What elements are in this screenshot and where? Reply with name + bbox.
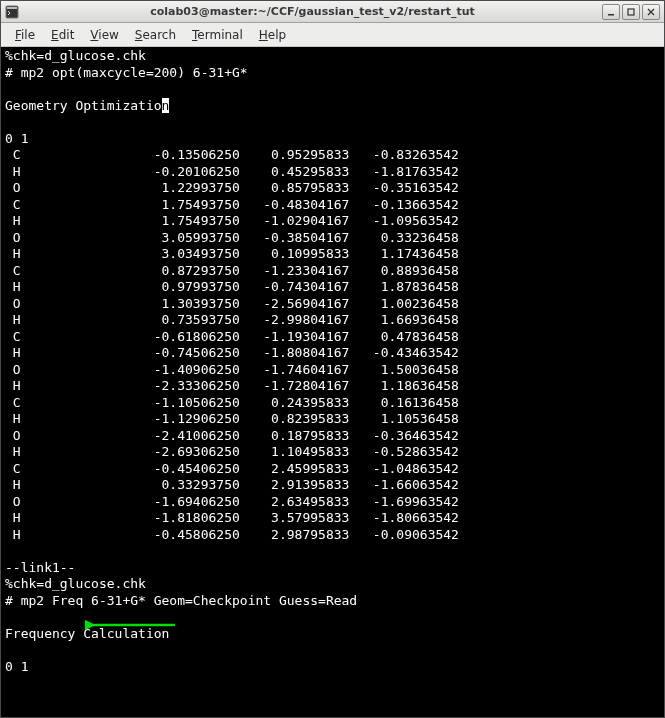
geom-row: O 1.22993750 0.85795833 -0.35163542 — [5, 180, 459, 195]
terminal-app-icon — [5, 5, 19, 19]
geom-row: H -1.81806250 3.57995833 -1.80663542 — [5, 510, 459, 525]
geom-row: H 0.33293750 2.91395833 -1.66063542 — [5, 477, 459, 492]
menu-file[interactable]: File — [7, 26, 43, 44]
terminal-area[interactable]: %chk=d_glucose.chk # mp2 opt(maxcycle=20… — [1, 47, 664, 717]
geom-row: H 0.97993750 -0.74304167 1.87836458 — [5, 279, 459, 294]
svg-rect-2 — [608, 14, 614, 16]
menubar: File Edit View Search Terminal Help — [1, 23, 664, 47]
geom-row: H -1.12906250 0.82395833 1.10536458 — [5, 411, 459, 426]
geom-row: O -2.41006250 0.18795833 -0.36463542 — [5, 428, 459, 443]
geom-row: H -2.33306250 -1.72804167 1.18636458 — [5, 378, 459, 393]
maximize-button[interactable] — [622, 4, 640, 20]
geom-row: H 3.03493750 0.10995833 1.17436458 — [5, 246, 459, 261]
geom-row: O 1.30393750 -2.56904167 1.00236458 — [5, 296, 459, 311]
geom-row: H 1.75493750 -1.02904167 -1.09563542 — [5, 213, 459, 228]
geom-row: H -0.20106250 0.45295833 -1.81763542 — [5, 164, 459, 179]
geom-row: H -0.74506250 -1.80804167 -0.43463542 — [5, 345, 459, 360]
geom-row: C -0.45406250 2.45995833 -1.04863542 — [5, 461, 459, 476]
window-buttons — [602, 4, 660, 20]
geom-row: H -0.45806250 2.98795833 -0.09063542 — [5, 527, 459, 542]
geom-row: C -1.10506250 0.24395833 0.16136458 — [5, 395, 459, 410]
minimize-button[interactable] — [602, 4, 620, 20]
menu-search[interactable]: Search — [127, 26, 184, 44]
geom-row: O 3.05993750 -0.38504167 0.33236458 — [5, 230, 459, 245]
terminal-window: colab03@master:~/CCF/gaussian_test_v2/re… — [0, 0, 665, 718]
geom-row: H 0.73593750 -2.99804167 1.66936458 — [5, 312, 459, 327]
geom-row: H -2.69306250 1.10495833 -0.52863542 — [5, 444, 459, 459]
geom-row: O -1.69406250 2.63495833 -1.69963542 — [5, 494, 459, 509]
geom-row: C -0.61806250 -1.19304167 0.47836458 — [5, 329, 459, 344]
svg-rect-1 — [7, 7, 17, 9]
close-button[interactable] — [642, 4, 660, 20]
geom-row: C -0.13506250 0.95295833 -0.83263542 — [5, 147, 459, 162]
cursor-highlight: n — [162, 98, 170, 113]
menu-edit[interactable]: Edit — [43, 26, 82, 44]
geom-row: C 1.75493750 -0.48304167 -0.13663542 — [5, 197, 459, 212]
svg-rect-3 — [628, 9, 634, 15]
titlebar[interactable]: colab03@master:~/CCF/gaussian_test_v2/re… — [1, 1, 664, 23]
window-title: colab03@master:~/CCF/gaussian_test_v2/re… — [23, 5, 602, 18]
menu-terminal[interactable]: Terminal — [184, 26, 251, 44]
menu-help[interactable]: Help — [251, 26, 294, 44]
menu-view[interactable]: View — [82, 26, 126, 44]
terminal-content: %chk=d_glucose.chk # mp2 opt(maxcycle=20… — [5, 48, 660, 675]
geom-row: O -1.40906250 -1.74604167 1.50036458 — [5, 362, 459, 377]
geom-row: C 0.87293750 -1.23304167 0.88936458 — [5, 263, 459, 278]
